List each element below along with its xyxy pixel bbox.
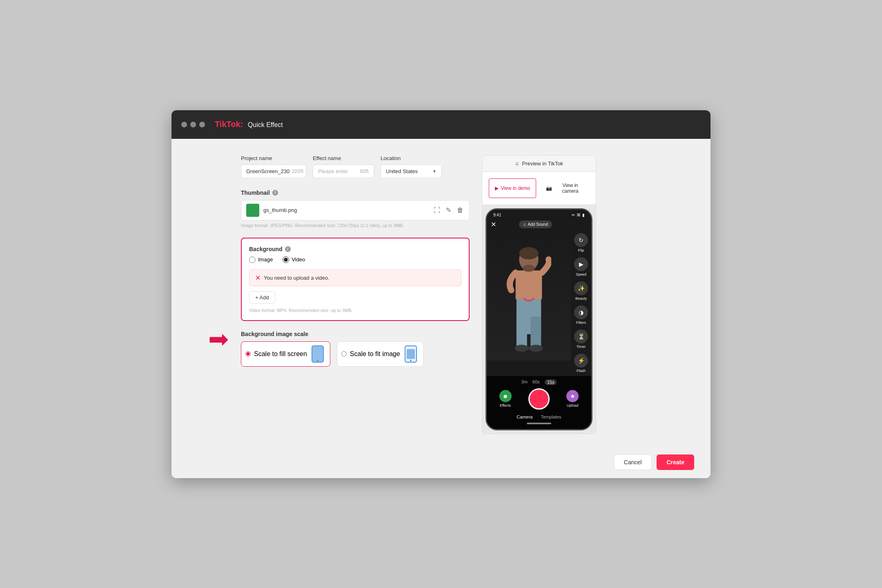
time-row: 3m 60s 15s xyxy=(491,379,587,385)
person-area xyxy=(487,230,571,361)
speed-icon: ▶ xyxy=(574,257,588,271)
view-in-camera-btn[interactable]: 📷 View in camera xyxy=(543,178,589,198)
scale-fill-radio[interactable] xyxy=(245,351,251,356)
project-name-value: GreenScreen_230 xyxy=(246,168,290,174)
scale-label-text: Background image scale xyxy=(241,331,308,337)
effect-name-input[interactable]: Please enter 0/25 xyxy=(313,165,374,178)
tab-templates[interactable]: Templates xyxy=(541,414,561,419)
thumbnail-hint: Image format: JPEG/PNG. Recommended size… xyxy=(241,223,470,228)
background-video-option[interactable]: Video xyxy=(283,256,305,263)
svg-point-5 xyxy=(410,360,412,361)
svg-point-2 xyxy=(317,360,318,361)
background-image-option[interactable]: Image xyxy=(249,256,273,263)
phone-wrapper: 9:41 ✏ ⌘ ▮ ✕ ♫ Add Sou xyxy=(482,205,596,434)
project-name-group: Project name GreenScreen_230 22/25 xyxy=(241,155,306,178)
svg-rect-8 xyxy=(516,270,542,301)
upload-icon: ★ xyxy=(566,390,579,402)
scale-fit-label: Scale to fit image xyxy=(350,350,400,358)
location-select[interactable]: United States ▼ xyxy=(381,165,442,178)
phone-status-icons: ✏ ⌘ ▮ xyxy=(572,213,585,217)
add-btn-label: + Add xyxy=(255,294,269,301)
preview-header: ♫ Preview in TikTok xyxy=(482,155,596,172)
svg-rect-10 xyxy=(517,316,527,347)
arrow-container: ➡ xyxy=(188,155,229,434)
preview-header-label: Preview in TikTok xyxy=(522,160,563,167)
thumbnail-row: gs_thumb.png ⛶ ✎ 🗑 xyxy=(241,200,470,220)
phone-screen: 9:41 ✏ ⌘ ▮ ✕ ♫ Add Sou xyxy=(487,209,591,429)
thumbnail-info-icon[interactable]: i xyxy=(272,190,278,196)
svg-rect-4 xyxy=(407,349,415,359)
traffic-light-minimize[interactable] xyxy=(190,122,196,127)
speed-control[interactable]: ▶ Speed xyxy=(573,257,589,276)
thumbnail-title: Thumbnail i xyxy=(241,189,470,196)
phone-close-btn[interactable]: ✕ xyxy=(491,220,496,228)
beauty-icon: ✨ xyxy=(574,281,588,295)
background-image-radio[interactable] xyxy=(249,256,256,263)
flash-control[interactable]: ⚡ Flash xyxy=(573,354,589,373)
demo-icon: ▶ xyxy=(495,185,499,191)
person-silhouette xyxy=(506,246,551,361)
filters-control[interactable]: ◑ Filters xyxy=(573,305,589,325)
location-group: Location United States ▼ xyxy=(381,155,442,178)
cancel-button[interactable]: Cancel xyxy=(614,454,652,470)
upload-label: Upload xyxy=(567,403,579,408)
beauty-control[interactable]: ✨ Beauty xyxy=(573,281,589,301)
background-info-icon[interactable]: i xyxy=(285,246,291,252)
effect-name-group: Effect name Please enter 0/25 xyxy=(313,155,374,178)
scale-fit-option[interactable]: Scale to fit image xyxy=(337,341,423,367)
traffic-light-maximize[interactable] xyxy=(199,122,205,127)
project-name-count: 22/25 xyxy=(292,169,303,174)
create-button[interactable]: Create xyxy=(657,454,694,470)
add-video-btn[interactable]: + Add xyxy=(249,291,275,304)
background-video-radio[interactable] xyxy=(283,256,289,263)
phone-bottom-controls: 3m 60s 15s ☻ Effects xyxy=(487,376,591,429)
project-name-label: Project name xyxy=(241,155,306,161)
flash-icon: ⚡ xyxy=(574,354,588,368)
thumbnail-view-btn[interactable]: ⛶ xyxy=(433,206,441,215)
thumbnail-filename: gs_thumb.png xyxy=(263,207,429,213)
content-area: ➡ Project name GreenScreen_230 22/25 Eff… xyxy=(172,139,710,446)
upload-btn[interactable]: ★ Upload xyxy=(566,390,579,408)
svg-rect-11 xyxy=(530,316,541,347)
project-name-input[interactable]: GreenScreen_230 22/25 xyxy=(241,165,306,178)
add-sound-label: Add Sound xyxy=(528,222,548,227)
background-label-text: Background xyxy=(249,246,283,252)
thumbnail-delete-btn[interactable]: 🗑 xyxy=(456,206,464,215)
time-60s[interactable]: 60s xyxy=(532,379,540,385)
thumbnail-label-text: Thumbnail xyxy=(241,189,270,196)
filters-label: Filters xyxy=(576,321,586,325)
footer: Cancel Create xyxy=(172,446,710,478)
view-in-demo-btn[interactable]: ▶ View in demo xyxy=(489,178,536,198)
flip-control[interactable]: ↻ Flip xyxy=(573,233,589,252)
time-3m[interactable]: 3m xyxy=(521,379,528,385)
timer-control[interactable]: ⏳ Timer xyxy=(573,330,589,349)
traffic-lights xyxy=(181,122,205,127)
music-note-icon: ♫ xyxy=(515,160,519,167)
error-message: You need to upload a video. xyxy=(264,275,330,281)
time-15s[interactable]: 15s xyxy=(545,379,557,385)
add-sound-btn[interactable]: ♫ Add Sound xyxy=(519,220,552,228)
main-form: Project name GreenScreen_230 22/25 Effec… xyxy=(241,155,470,434)
scale-fill-option[interactable]: Scale to fill screen xyxy=(241,341,330,367)
signal-icon: ✏ xyxy=(572,213,575,217)
scale-section: Background image scale Scale to fill scr… xyxy=(241,331,470,367)
thumbnail-edit-btn[interactable]: ✎ xyxy=(445,205,452,215)
thumbnail-actions: ⛶ ✎ 🗑 xyxy=(433,205,464,215)
app-subtitle: Quick Effect xyxy=(248,121,283,128)
svg-point-12 xyxy=(515,345,529,352)
traffic-light-close[interactable] xyxy=(181,122,187,127)
capture-button[interactable] xyxy=(528,388,550,410)
tab-camera[interactable]: Camera xyxy=(517,414,532,419)
phone-mockup: 9:41 ✏ ⌘ ▮ ✕ ♫ Add Sou xyxy=(486,208,592,430)
effects-label: Effects xyxy=(500,403,511,408)
camera-icon: 📷 xyxy=(546,185,552,191)
app-name-tiktok: TikTok: xyxy=(215,120,243,129)
phone-main-content: ↻ Flip ▶ Speed ✨ Beauty xyxy=(487,230,591,376)
background-section: Background i Image Video ✕ You need to u xyxy=(241,238,470,321)
battery-icon: ▮ xyxy=(582,213,585,217)
scale-fill-icon xyxy=(310,345,325,363)
thumbnail-preview-image xyxy=(246,204,259,217)
effects-btn[interactable]: ☻ Effects xyxy=(499,390,512,408)
location-value: United States xyxy=(386,168,418,174)
scale-fit-radio[interactable] xyxy=(341,351,347,356)
